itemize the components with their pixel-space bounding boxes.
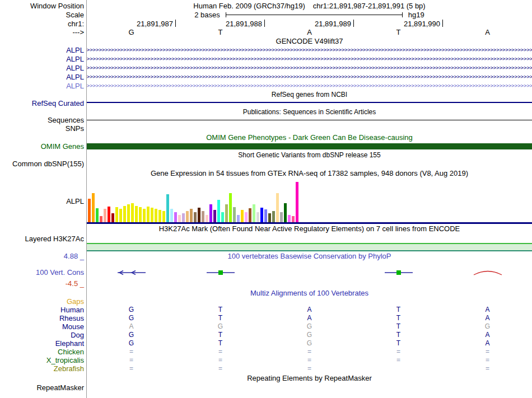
gencode-transcript-label[interactable]: ALPL [0,81,87,90]
gtex-expression-bar[interactable] [119,209,122,222]
gtex-expression-bar[interactable] [147,207,150,222]
gtex-expression-bar[interactable] [100,216,102,222]
h3k27ac-signal-band[interactable] [87,243,532,251]
gtex-expression-bar[interactable] [245,212,248,222]
gtex-expression-bar[interactable] [284,203,287,222]
gtex-expression-bar[interactable] [237,215,240,222]
transcript-intron-arrows[interactable]: >>>>>>>>>>>>>>>>>>>>>>>>>>>>>>>>>>>>>>>>… [87,45,532,54]
gtex-expression-bar[interactable] [202,211,204,222]
gtex-expression-bar[interactable] [217,200,220,222]
h3k27ac-track[interactable] [87,233,532,251]
gencode-transcript-label[interactable]: ALPL [0,63,87,72]
sequences-track[interactable] [87,116,532,124]
gtex-expression-bar[interactable] [139,207,142,222]
repeatmasker-track-label[interactable]: RepeatMasker [0,383,87,392]
gtex-expression-bar[interactable] [166,194,169,222]
gencode-track[interactable]: ALPL>>>>>>>>>>>>>>>>>>>>>>>>>>>>>>>>>>>>… [0,45,532,90]
gtex-expression-bar[interactable] [209,204,212,222]
species-label[interactable]: Dog [0,331,87,339]
omim-track-label[interactable]: OMIM Genes [0,142,87,151]
gtex-expression-bar[interactable] [108,207,110,222]
gaps-track-label[interactable]: Gaps [0,297,87,306]
gtex-expression-bar[interactable] [249,208,251,222]
conservation-wiggle-mark[interactable] [383,269,414,277]
gtex-expression-bar[interactable] [182,213,185,222]
gtex-expression-bar[interactable] [221,212,224,222]
gtex-expression-bar[interactable] [135,206,138,222]
gtex-expression-bar[interactable] [256,212,259,222]
gtex-expression-bar[interactable] [155,209,157,222]
transcript-intron-arrows[interactable]: >>>>>>>>>>>>>>>>>>>>>>>>>>>>>>>>>>>>>>>>… [87,54,532,63]
gtex-expression-bar[interactable] [158,210,161,222]
gtex-expression-bar[interactable] [272,211,275,222]
gtex-expression-bar[interactable] [225,204,228,222]
gtex-expression-bar[interactable] [143,209,146,222]
gtex-expression-bar[interactable] [92,193,95,222]
gtex-expression-bar[interactable] [292,216,295,222]
snps-track-label[interactable]: SNPs [0,124,87,133]
gtex-expression-bar[interactable] [151,208,153,222]
gtex-expression-bar[interactable] [115,207,118,222]
dbsnp-track-label[interactable]: Common dbSNP(155) [0,159,87,168]
gtex-expression-bar[interactable] [131,203,134,222]
gtex-expression-bar[interactable] [162,211,165,222]
gtex-expression-bar[interactable] [288,215,291,222]
gtex-expression-bar[interactable] [123,206,126,222]
gtex-expression-bar[interactable] [296,182,298,222]
gaps-track[interactable] [87,297,532,306]
conservation-wiggle-mark[interactable] [205,269,236,277]
gtex-expression-bar[interactable] [127,204,130,222]
gtex-expression-bar[interactable] [229,193,232,222]
gtex-expression-bar[interactable] [233,207,236,222]
gtex-expression-bar[interactable] [213,210,216,222]
species-label[interactable]: Human [0,306,87,314]
omim-track[interactable] [87,142,532,151]
gtex-expression-bar[interactable] [190,209,193,222]
dbsnp-track[interactable] [87,159,532,168]
gtex-expression-bar[interactable] [280,212,283,222]
transcript-intron-arrows[interactable]: >>>>>>>>>>>>>>>>>>>>>>>>>>>>>>>>>>>>>>>>… [87,63,532,72]
sequences-line[interactable] [87,120,532,120]
gencode-transcript-label[interactable]: ALPL [0,72,87,81]
refseq-curated-track-label[interactable]: RefSeq Curated [0,99,87,107]
h3k27ac-track-label[interactable]: Layered H3K27Ac [0,233,87,251]
gtex-expression-bar[interactable] [276,193,279,222]
gtex-expression-bar[interactable] [241,210,244,222]
omim-gene-bar[interactable] [87,143,532,149]
gtex-expression-bar[interactable] [111,213,114,222]
conservation-track-label[interactable]: 100 Vert. Cons [36,268,84,277]
conservation-wiggle-mark[interactable] [116,269,147,277]
species-label[interactable]: Chicken [0,348,87,356]
gtex-expression-bar[interactable] [170,209,173,222]
gencode-transcript-label[interactable]: ALPL [0,45,87,54]
transcript-intron-arrows[interactable]: >>>>>>>>>>>>>>>>>>>>>>>>>>>>>>>>>>>>>>>>… [87,81,532,90]
gtex-expression-bar[interactable] [268,213,271,222]
species-label[interactable]: Mouse [0,322,87,331]
gtex-expression-bar[interactable] [96,208,99,222]
gtex-expression-bar[interactable] [88,199,91,222]
multiz-alignment-track[interactable]: HumanGTATARhesusGTATAMouseAGGTGDogGTGTAE… [0,306,532,373]
snps-track[interactable] [87,124,532,133]
transcript-intron-arrows[interactable]: >>>>>>>>>>>>>>>>>>>>>>>>>>>>>>>>>>>>>>>>… [87,72,532,81]
gtex-expression-bar[interactable] [264,209,267,222]
species-label[interactable]: X_tropicalis [0,356,87,364]
conservation-wiggle-mark[interactable] [472,269,503,277]
gtex-expression-bar[interactable] [206,215,208,222]
gtex-expression-bar[interactable] [104,209,106,222]
gtex-expression-bar[interactable] [186,211,189,222]
gtex-gene-label[interactable]: ALPL [0,178,87,224]
refseq-gene-line[interactable] [87,102,532,103]
gtex-expression-bar[interactable] [178,215,181,222]
gencode-transcript-label[interactable]: ALPL [0,54,87,63]
conservation-track[interactable] [87,261,532,288]
gtex-expression-bar[interactable] [174,212,177,222]
sequences-track-label[interactable]: Sequences [0,116,87,124]
species-label[interactable]: Rhesus [0,314,87,322]
refseq-curated-track[interactable] [87,99,532,107]
repeatmasker-track[interactable] [87,383,532,392]
gtex-expression-chart[interactable] [87,178,532,224]
gtex-expression-bar[interactable] [260,208,263,222]
gtex-expression-bar[interactable] [198,208,200,222]
gtex-expression-bar[interactable] [194,212,197,222]
gtex-expression-bar[interactable] [253,204,255,222]
